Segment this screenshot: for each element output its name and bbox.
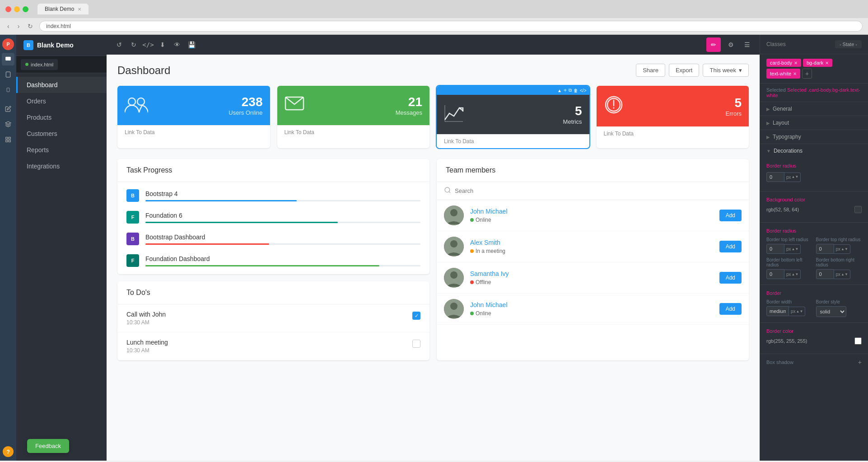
add-member-0-button[interactable]: Add [719,210,742,221]
stat-metrics-link[interactable]: Link To Data [444,138,474,145]
back-button[interactable]: ‹ [5,22,11,31]
stat-messages-link[interactable]: Link To Data [285,129,315,135]
todos-panel: To Do's Call with John 10:30 AM ✓ Lunch … [117,281,429,360]
stat-users-link[interactable]: Link To Data [125,129,155,135]
border-top-right-input[interactable] [816,244,834,254]
tab-area: Blank Demo ✕ [37,4,857,14]
team-search-input[interactable] [455,187,742,194]
background-color-label: Background color [766,197,862,202]
card-toolbar-code[interactable]: </> [580,88,586,93]
background-color-swatch[interactable] [854,206,862,213]
task-badge-1: F [126,211,139,224]
icon-bar-help[interactable]: ? [3,446,14,457]
stat-errors-link[interactable]: Link To Data [604,131,634,137]
task-item-2: B Bootstrap Dashboard [126,233,420,245]
paint-button[interactable]: ✏ [706,37,721,52]
class-tag-add[interactable]: + [802,69,812,79]
tab-close-icon[interactable]: ✕ [78,7,81,12]
user-avatar[interactable]: P [2,38,14,50]
browser-tab[interactable]: Blank Demo ✕ [37,4,89,14]
border-bottom-right-unit[interactable]: px▲▼ [834,270,850,279]
traffic-lights [5,6,28,12]
icon-bar-desktop[interactable] [2,53,14,65]
forward-button[interactable]: › [16,22,22,31]
file-tab[interactable]: index.html [21,59,58,70]
toolbar-preview[interactable]: 👁 [171,38,183,51]
maximize-button[interactable] [23,6,28,12]
class-tag-0[interactable]: card-body ✕ [766,59,801,67]
todo-checkbox-0[interactable]: ✓ [412,312,420,320]
menu-icon[interactable]: ☰ [741,38,753,51]
border-style-label: Border style [816,299,862,304]
address-bar: ‹ › ↻ [0,18,868,34]
todo-checkbox-1[interactable] [412,340,420,348]
minimize-button[interactable] [14,6,20,12]
class-tag-1[interactable]: bg-dark ✕ [803,59,832,67]
period-selector[interactable]: This week ▾ [703,64,749,77]
share-button[interactable]: Share [636,64,665,77]
stat-users-label: Users Online [155,109,263,116]
class-tag-2[interactable]: text-white ✕ [766,69,800,79]
border-width-input[interactable] [766,306,789,316]
member-name-2: Samantha Ivy [470,270,713,277]
state-badge[interactable]: - State - [835,40,862,48]
border-top-left-unit[interactable]: px▲▼ [784,244,801,254]
stat-metrics-label: Metrics [471,118,582,125]
add-member-2-button[interactable]: Add [719,272,742,284]
section-layout[interactable]: ▶ Layout [760,116,868,130]
close-button[interactable] [5,6,11,12]
add-member-3-button[interactable]: Add [719,303,742,315]
reload-button[interactable]: ↻ [26,22,35,31]
section-decorations[interactable]: ▼ Decorations [760,144,868,158]
sidebar-item-dashboard[interactable]: Dashboard [16,77,107,93]
section-layout-label: Layout [773,120,789,126]
feedback-button[interactable]: Feedback [27,439,69,453]
border-color-swatch[interactable] [854,337,862,345]
card-toolbar-copy[interactable]: ⧉ [569,88,572,93]
toolbar-download[interactable]: ⬇ [156,38,169,51]
toolbar-undo[interactable]: ↺ [113,38,126,51]
border-radius-unit[interactable]: px ▲▼ [784,173,801,182]
icon-bar-grid[interactable] [2,133,14,146]
sidebar-item-integrations[interactable]: Integrations [16,158,107,174]
toolbar-code[interactable]: </> [142,38,154,51]
member-avatar-0 [444,205,464,225]
toolbar-save[interactable]: 💾 [185,38,198,51]
section-general[interactable]: ▶ General [760,102,868,116]
border-top-right-unit[interactable]: px▲▼ [834,244,850,254]
card-toolbar-add[interactable]: + [564,87,567,93]
class-tag-close-2[interactable]: ✕ [793,71,797,76]
todo-content-1: Lunch meeting 10:30 AM [126,339,407,354]
sidebar-item-reports[interactable]: Reports [16,142,107,158]
border-bottom-left-input[interactable] [766,269,784,279]
sidebar-item-customers[interactable]: Customers [16,126,107,142]
icon-bar-layers[interactable] [2,118,14,131]
border-radius-unit-text: px [786,175,791,180]
card-toolbar-delete[interactable]: 🗑 [574,88,578,93]
border-radius-input[interactable] [766,172,784,182]
selected-info: Selected Selected .card-body.bg-dark.tex… [760,84,868,102]
sidebar-item-products[interactable]: Products [16,109,107,126]
border-bottom-left-unit[interactable]: px▲▼ [784,270,801,279]
export-button[interactable]: Export [669,64,700,77]
task-progress-body: B Bootstrap 4 F [117,182,429,274]
icon-bar-edit[interactable] [2,103,14,115]
class-tag-close-0[interactable]: ✕ [794,61,798,65]
sidebar-item-orders[interactable]: Orders [16,93,107,109]
section-typography[interactable]: ▶ Typography [760,130,868,144]
icon-bar-tablet[interactable] [2,68,14,81]
icon-bar-mobile[interactable] [2,84,14,96]
card-toolbar-up[interactable]: ▲ [557,88,562,93]
border-width-unit[interactable]: px▲▼ [789,307,805,316]
address-input[interactable] [39,21,863,32]
class-tag-close-1[interactable]: ✕ [825,61,829,65]
toolbar-redo[interactable]: ↻ [127,38,140,51]
box-shadow-add[interactable]: + [858,359,862,366]
task-item-0: B Bootstrap 4 [126,189,420,202]
class-tags: card-body ✕ bg-dark ✕ text-white ✕ + [760,54,868,84]
border-style-select[interactable]: solid dashed dotted [816,306,846,317]
border-top-left-input[interactable] [766,244,784,254]
add-member-1-button[interactable]: Add [719,241,742,252]
settings-icon[interactable]: ⚙ [724,38,737,51]
border-bottom-right-input[interactable] [816,269,834,279]
